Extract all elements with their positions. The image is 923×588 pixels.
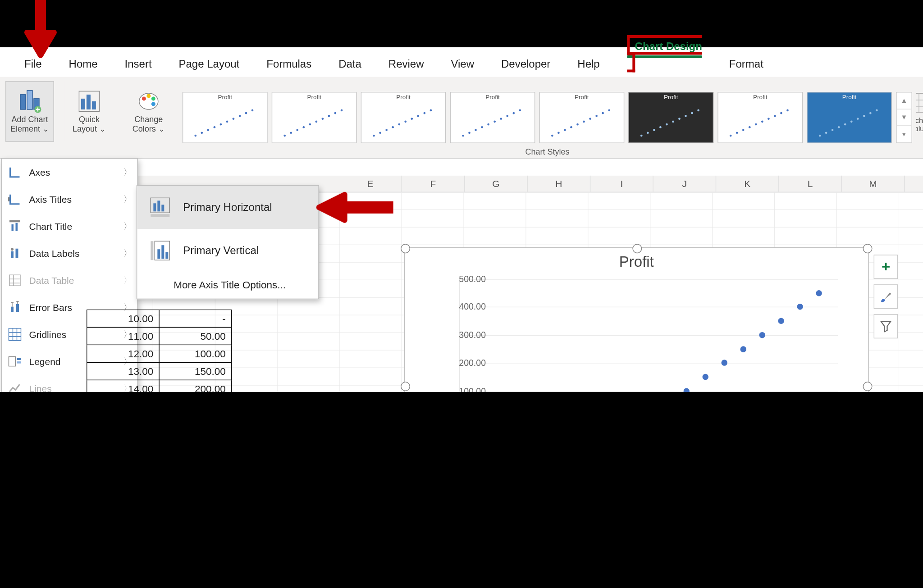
column-header[interactable]: K xyxy=(716,176,779,192)
tab-review[interactable]: Review xyxy=(376,51,436,77)
plot-area[interactable] xyxy=(459,279,838,392)
chart-style-thumb[interactable]: Profit xyxy=(717,92,803,143)
menu-item-data-table: Data Table〉 xyxy=(2,267,137,294)
column-header[interactable]: H xyxy=(528,176,590,192)
table-cell[interactable]: 10.00 xyxy=(87,310,159,327)
tab-formulas[interactable]: Formulas xyxy=(254,51,324,77)
chart-handle[interactable] xyxy=(863,382,873,391)
chevron-right-icon: 〉 xyxy=(123,247,132,259)
table-cell[interactable]: 13.00 xyxy=(87,362,159,380)
primary-horizontal-item[interactable]: Primary Horizontal xyxy=(137,186,318,229)
tab-format[interactable]: Format xyxy=(717,51,776,77)
data-point[interactable] xyxy=(721,360,727,366)
tab-insert[interactable]: Insert xyxy=(113,51,164,77)
chart-handle[interactable] xyxy=(401,244,410,253)
data-point[interactable] xyxy=(702,374,708,380)
menu-item-chart-title[interactable]: Chart Title〉 xyxy=(2,213,137,240)
data-point[interactable] xyxy=(740,346,746,352)
column-header[interactable]: L xyxy=(779,176,842,192)
chart-style-thumb[interactable]: Profit xyxy=(183,92,268,143)
menu-item-data-labels[interactable]: Data Labels〉 xyxy=(2,240,137,267)
svg-rect-115 xyxy=(153,203,156,211)
switch-row-column-button[interactable]: Switch Row/ Column xyxy=(916,81,923,142)
quick-layout-button[interactable]: Quick Layout ⌄ xyxy=(65,81,114,142)
column-header[interactable]: G xyxy=(465,176,527,192)
chart-style-thumb[interactable]: Profit xyxy=(539,92,624,143)
column-header[interactable]: I xyxy=(590,176,653,192)
column-header[interactable]: M xyxy=(842,176,905,192)
tab-home[interactable]: Home xyxy=(57,51,110,77)
svg-point-17 xyxy=(220,123,222,126)
svg-point-88 xyxy=(850,120,853,123)
chart-style-thumb[interactable]: Profit xyxy=(807,92,892,143)
table-cell[interactable]: 50.00 xyxy=(159,327,231,345)
table-cell[interactable]: 12.00 xyxy=(87,345,159,362)
svg-point-24 xyxy=(290,132,292,134)
tab-view[interactable]: View xyxy=(439,51,486,77)
chart-title[interactable]: Profit xyxy=(405,253,868,271)
svg-point-27 xyxy=(309,123,311,126)
data-point[interactable] xyxy=(816,290,822,296)
svg-point-81 xyxy=(780,112,782,114)
svg-point-65 xyxy=(653,129,655,131)
menu-item-label: Legend xyxy=(29,356,60,367)
chart-filter-button[interactable] xyxy=(874,314,898,338)
chart-handle[interactable] xyxy=(632,244,642,253)
embedded-chart[interactable]: Profit 500.00400.00300.00200.00100.00--1… xyxy=(404,247,869,392)
data-point[interactable] xyxy=(759,332,765,338)
chart-style-thumb[interactable]: Profit xyxy=(628,92,713,143)
change-colors-button[interactable]: Change Colors ⌄ xyxy=(124,81,173,142)
chart-style-thumb[interactable]: Profit xyxy=(450,92,535,143)
svg-point-37 xyxy=(398,123,400,126)
data-table[interactable]: 10.00-11.0050.0012.00100.0013.00150.0014… xyxy=(87,310,232,392)
svg-rect-123 xyxy=(151,241,153,260)
column-header[interactable]: F xyxy=(402,176,465,192)
data-point[interactable] xyxy=(684,388,690,392)
more-axis-title-options[interactable]: More Axis Title Options... xyxy=(137,272,318,298)
funnel-icon xyxy=(880,320,892,333)
tab-chart-design[interactable]: Chart Design xyxy=(615,34,714,77)
svg-rect-120 xyxy=(157,249,160,259)
svg-point-57 xyxy=(576,123,579,126)
table-cell[interactable]: 14.00 xyxy=(87,380,159,392)
menu-item-axis-titles[interactable]: Axis Titles〉 xyxy=(2,186,137,213)
chart-elements-button[interactable]: + xyxy=(874,255,898,279)
data-point[interactable] xyxy=(797,304,803,310)
svg-point-68 xyxy=(672,120,674,123)
svg-point-55 xyxy=(564,129,566,131)
tab-developer[interactable]: Developer xyxy=(489,51,562,77)
chart-style-thumb[interactable]: Profit xyxy=(361,92,446,143)
svg-point-40 xyxy=(417,115,419,117)
chart-handle[interactable] xyxy=(401,382,410,391)
table-cell[interactable]: 11.00 xyxy=(87,327,159,345)
tab-data[interactable]: Data xyxy=(326,51,374,77)
chart-styles-button[interactable] xyxy=(874,284,898,309)
table-cell[interactable]: 150.00 xyxy=(159,362,231,380)
data-point[interactable] xyxy=(778,318,784,324)
add-chart-element-button[interactable]: Add Chart Element ⌄ xyxy=(5,81,54,142)
primary-horizontal-icon xyxy=(149,196,171,218)
svg-point-11 xyxy=(151,96,155,100)
column-header[interactable]: J xyxy=(653,176,716,192)
chart-style-thumb[interactable]: Profit xyxy=(272,92,357,143)
svg-point-70 xyxy=(685,115,687,117)
tab-help[interactable]: Help xyxy=(565,51,612,77)
table-cell[interactable]: 100.00 xyxy=(159,345,231,362)
styles-scroll[interactable]: ▲▼▾ xyxy=(896,92,912,143)
svg-point-31 xyxy=(334,112,337,114)
chart-handle[interactable] xyxy=(863,244,873,253)
brush-icon xyxy=(879,290,893,303)
svg-point-21 xyxy=(245,112,247,114)
svg-rect-127 xyxy=(345,201,393,214)
menu-item-axes[interactable]: Axes〉 xyxy=(2,159,137,186)
ribbon-tabs: File Home Insert Page Layout Formulas Da… xyxy=(0,47,923,78)
tab-page-layout[interactable]: Page Layout xyxy=(167,51,252,77)
svg-point-28 xyxy=(315,120,317,123)
primary-vertical-item[interactable]: Primary Vertical xyxy=(137,229,318,272)
svg-point-50 xyxy=(506,115,508,117)
svg-point-16 xyxy=(214,126,216,128)
column-header[interactable]: E xyxy=(339,176,402,192)
svg-point-10 xyxy=(146,94,151,98)
table-cell[interactable]: 200.00 xyxy=(159,380,231,392)
table-cell[interactable]: - xyxy=(159,310,231,327)
